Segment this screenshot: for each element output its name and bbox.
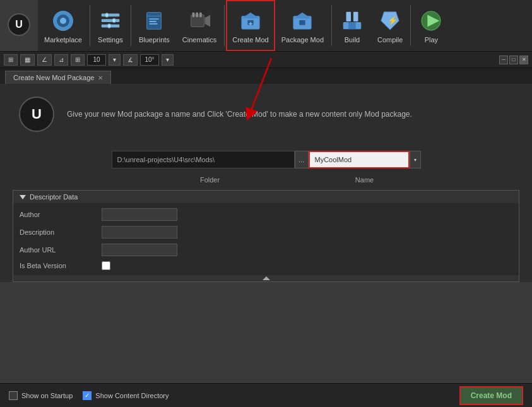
scale-btn[interactable]: ⊞ [71, 54, 85, 66]
show-on-startup-label: Show on Startup [21, 392, 73, 399]
svg-text:⚡: ⚡ [387, 15, 398, 25]
package-mod-icon [290, 8, 315, 33]
descriptor-section: Descriptor Data Author Description Autho… [13, 190, 519, 282]
blueprints-label: Blueprints [139, 36, 170, 44]
toolbar-blueprints[interactable]: Blueprints [133, 0, 176, 51]
show-content-dir-label: Show Content Directory [95, 392, 168, 399]
description-label: Description [20, 228, 95, 236]
svg-point-6 [105, 13, 109, 17]
tab-close-btn[interactable]: ✕ [98, 74, 103, 81]
compile-label: Compile [377, 36, 403, 44]
scroll-up-btn[interactable] [13, 275, 519, 281]
close-btn[interactable]: ✕ [519, 56, 528, 64]
grid-btn[interactable]: ▦ [20, 54, 35, 66]
toolbar-compile[interactable]: ⚡ Compile [371, 0, 409, 51]
package-mod-label: Package Mod [281, 36, 324, 44]
show-on-startup-checkbox[interactable] [9, 391, 18, 400]
show-content-dir-checkbox[interactable]: ✓ [83, 391, 92, 400]
svg-rect-3 [102, 13, 120, 16]
author-url-input[interactable] [102, 244, 177, 256]
settings-icon [98, 8, 123, 33]
toolbar-sep-4 [331, 5, 332, 46]
folder-label: Folder [112, 176, 309, 184]
svg-marker-15 [205, 15, 211, 27]
build-icon [340, 8, 365, 33]
toolbar-sep-5 [410, 5, 411, 46]
svg-rect-27 [346, 11, 352, 21]
descriptor-fields: Author Description Author URL Is Beta Ve… [13, 203, 519, 275]
window-controls: ─ □ ✕ [499, 56, 528, 64]
blueprints-icon [141, 8, 167, 33]
checkmark-icon: ✓ [85, 392, 90, 399]
marketplace-label: Marketplace [44, 36, 82, 44]
angle-btn[interactable]: ∠ [37, 54, 52, 66]
svg-rect-12 [150, 21, 157, 22]
toolbar-ue-logo[interactable]: U [0, 0, 38, 51]
angle-input[interactable] [140, 54, 159, 66]
create-mod-label: Create Mod [232, 36, 268, 44]
toolbar-cinematics[interactable]: Cinematics [176, 0, 223, 51]
tab-label: Create New Mod Package [13, 74, 94, 81]
show-content-dir-item[interactable]: ✓ Show Content Directory [83, 391, 168, 400]
cinematics-label: Cinematics [182, 36, 216, 44]
create-mod-icon [238, 8, 263, 33]
angle-snap-btn[interactable]: ⊿ [54, 54, 68, 66]
create-mod-tab[interactable]: Create New Mod Package ✕ [5, 71, 111, 84]
dialog-body: U Give your new Mod package a name and C… [0, 84, 532, 282]
svg-rect-13 [150, 23, 158, 24]
descriptor-title: Descriptor Data [30, 193, 78, 201]
author-url-label: Author URL [20, 246, 95, 254]
show-on-startup-item[interactable]: Show on Startup [9, 391, 73, 400]
is-beta-checkbox[interactable] [102, 261, 110, 270]
svg-rect-17 [196, 12, 198, 17]
author-label: Author [20, 211, 95, 218]
toolbar-sep-1 [90, 5, 90, 46]
grid-size-input[interactable] [87, 54, 106, 66]
browse-folder-btn[interactable]: … [295, 151, 309, 168]
secondary-toolbar: ⊞ ▦ ∠ ⊿ ⊞ ▾ ∡ ▾ ─ □ ✕ [0, 52, 532, 68]
toolbar-sep-2 [131, 5, 131, 46]
toolbar-settings[interactable]: Settings [92, 0, 129, 51]
svg-rect-16 [192, 12, 195, 17]
description-input[interactable] [102, 226, 177, 239]
toolbar-package-mod[interactable]: Package Mod [275, 0, 330, 51]
is-beta-label: Is Beta Version [20, 262, 95, 269]
mod-name-input[interactable] [309, 151, 410, 168]
create-mod-button[interactable]: Create Mod [459, 386, 523, 405]
author-input[interactable] [102, 208, 177, 221]
main-toolbar: U Marketplace Settings Blueprints Cinema… [0, 0, 532, 52]
svg-rect-4 [102, 19, 120, 22]
name-label: Name [309, 176, 421, 184]
play-label: Play [425, 36, 438, 44]
svg-point-7 [112, 18, 116, 23]
maximize-btn[interactable]: □ [509, 56, 518, 64]
toolbar-play[interactable]: Play [412, 0, 450, 51]
toolbar-marketplace[interactable]: Marketplace [38, 0, 88, 51]
path-name-row: … ▾ [0, 145, 532, 175]
settings-label: Settings [98, 36, 123, 44]
minimize-btn[interactable]: ─ [499, 56, 508, 64]
marketplace-icon [50, 8, 76, 33]
descriptor-row-authorurl: Author URL [13, 241, 519, 259]
dialog-tab-bar: Create New Mod Package ✕ [0, 68, 532, 84]
dialog-header: U Give your new Mod package a name and C… [0, 84, 532, 145]
grid-down-btn[interactable]: ▾ [109, 54, 121, 66]
snap-btn[interactable]: ⊞ [4, 54, 18, 66]
svg-rect-26 [300, 20, 306, 25]
svg-rect-28 [353, 11, 358, 21]
descriptor-row-author: Author [13, 206, 519, 223]
svg-marker-25 [293, 12, 312, 18]
descriptor-row-beta: Is Beta Version [13, 259, 519, 273]
svg-point-2 [60, 18, 66, 24]
collapse-triangle-icon [20, 195, 26, 199]
toolbar-create-mod[interactable]: Create Mod [226, 0, 275, 51]
angle-down-btn[interactable]: ▾ [162, 54, 174, 66]
angle-val-btn[interactable]: ∡ [123, 54, 138, 66]
toolbar-sep-3 [224, 5, 225, 46]
scroll-up-icon [263, 276, 270, 280]
toolbar-build[interactable]: Build [333, 0, 371, 51]
dialog-description: Give your new Mod package a name and Cli… [67, 109, 412, 120]
descriptor-header[interactable]: Descriptor Data [13, 191, 519, 203]
folder-path-input[interactable] [112, 151, 295, 168]
name-dropdown-btn[interactable]: ▾ [410, 151, 421, 168]
